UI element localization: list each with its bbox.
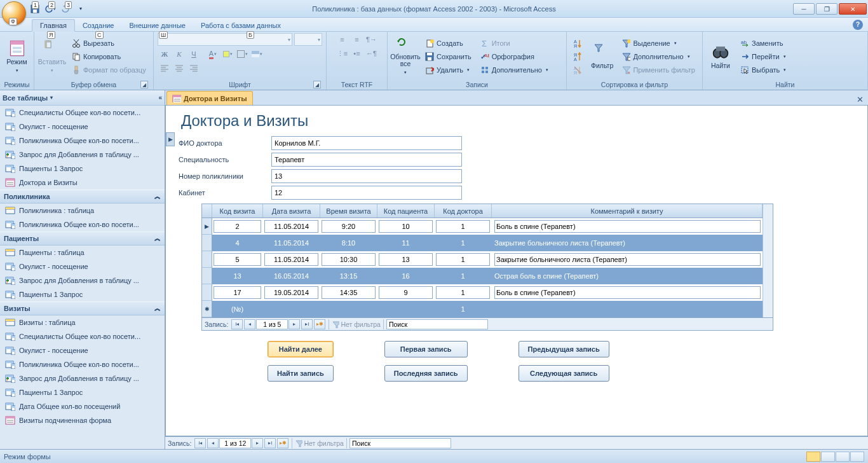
- nav-item[interactable]: Поликлиника Общее кол-во посети...: [0, 134, 165, 148]
- cell-visit-time[interactable]: [322, 220, 376, 233]
- save-record-button[interactable]: Сохранить: [422, 50, 475, 63]
- delete-record-button[interactable]: Удалить▾: [422, 64, 475, 76]
- view-layout[interactable]: [836, 452, 850, 462]
- qat-customize[interactable]: ▾: [74, 2, 88, 16]
- cell-visit-date[interactable]: [264, 253, 318, 266]
- cell-visit-id[interactable]: [214, 220, 261, 233]
- col-visit-time[interactable]: Время визита: [320, 204, 377, 218]
- nav-item[interactable]: Окулист - посещение: [0, 259, 165, 273]
- tab-external[interactable]: Внешние данные: [122, 20, 193, 31]
- goto-button[interactable]: Перейти▾: [737, 50, 789, 63]
- btn-prev-record[interactable]: Предыдущая запись: [519, 341, 609, 357]
- doc-close-button[interactable]: ✕: [854, 93, 865, 105]
- outer-nav-search[interactable]: [349, 438, 451, 448]
- sub-nav-last[interactable]: ▸I: [301, 319, 313, 329]
- close-button[interactable]: ✕: [839, 3, 867, 15]
- sort-asc-button[interactable]: [571, 37, 585, 50]
- paste-button[interactable]: Вставить▾: [38, 36, 66, 78]
- copy-button[interactable]: Копировать: [69, 50, 149, 63]
- format-painter-button[interactable]: Формат по образцу: [69, 64, 149, 76]
- nav-item[interactable]: Пациенты 1 Запрос: [0, 162, 165, 176]
- nav-item[interactable]: Запрос для Добавления в таблицу ...: [0, 273, 165, 287]
- minimize-button[interactable]: ─: [793, 3, 815, 15]
- cell-comment[interactable]: [494, 286, 761, 299]
- outer-nav-first[interactable]: I◂: [194, 438, 206, 448]
- input-spec[interactable]: [271, 153, 462, 167]
- tab-dbtools[interactable]: Работа с базами данных: [193, 20, 288, 31]
- outer-nav-next[interactable]: ▸: [252, 438, 263, 448]
- col-visit-date[interactable]: Дата визита: [263, 204, 320, 218]
- sub-nav-new[interactable]: ▸✱: [314, 319, 325, 329]
- outer-nav-prev[interactable]: ◂: [207, 438, 219, 448]
- btn-next-record[interactable]: Следующая запись: [519, 365, 609, 382]
- input-clinic[interactable]: [271, 169, 462, 183]
- cell-patient-id[interactable]: [379, 286, 433, 299]
- nav-item[interactable]: Окулист - посещение: [0, 120, 165, 134]
- outdent-button[interactable]: ≡: [336, 33, 349, 46]
- tab-create[interactable]: Создание: [75, 20, 122, 31]
- input-fio[interactable]: [271, 136, 462, 150]
- toggle-filter-button[interactable]: Применить фильтр: [618, 64, 698, 76]
- subform-row[interactable]: 1316.05.201413:15 161Острая боль в спине…: [202, 268, 763, 284]
- filter-selection-button[interactable]: Выделение▾: [618, 37, 698, 50]
- subform-row[interactable]: 411.05.20148:10 111Закрытие больничного …: [202, 235, 763, 251]
- nav-item[interactable]: Поликлиника Общее кол-во посети...: [0, 218, 165, 232]
- cell-visit-time[interactable]: [322, 253, 376, 266]
- nav-item[interactable]: Запрос для Добавления в таблицу ...: [0, 148, 165, 162]
- nav-item[interactable]: Запрос для Добавления в таблицу ...: [0, 371, 165, 385]
- cell-visit-date[interactable]: [264, 286, 318, 299]
- totals-button[interactable]: Итоги: [477, 37, 552, 50]
- cell-visit-time[interactable]: [322, 286, 376, 299]
- cell-doctor-id[interactable]: [436, 286, 490, 299]
- cell-comment[interactable]: [494, 220, 761, 233]
- tab-home[interactable]: Главная: [32, 19, 75, 32]
- nav-category[interactable]: Визиты︽: [0, 301, 165, 315]
- font-name-combo[interactable]: ▾: [158, 33, 292, 46]
- font-launcher[interactable]: ◢: [313, 81, 321, 88]
- col-visit-id[interactable]: Код визита: [212, 204, 263, 218]
- fill-color-button[interactable]: ▾: [220, 48, 234, 60]
- help-button[interactable]: ?: [853, 20, 863, 30]
- refresh-all-button[interactable]: Обновить все▾: [391, 36, 419, 78]
- nav-item[interactable]: Дата Общее кол-во посещений: [0, 399, 165, 413]
- bold-button[interactable]: Ж: [158, 48, 172, 60]
- outer-nav-pos[interactable]: [219, 438, 251, 448]
- nav-item[interactable]: Визиты : таблица: [0, 315, 165, 329]
- cell-patient-id[interactable]: [379, 220, 433, 233]
- record-selector[interactable]: ▶: [166, 132, 175, 146]
- col-doctor-id[interactable]: Код доктора: [435, 204, 492, 218]
- cut-button[interactable]: Вырезать: [69, 37, 149, 50]
- gridlines-button[interactable]: ▾: [235, 48, 249, 60]
- ltr-button[interactable]: ¶→: [365, 33, 379, 46]
- btn-first-record[interactable]: Первая запись: [384, 341, 468, 357]
- nav-item[interactable]: Пациенты 1 Запрос: [0, 385, 165, 399]
- nav-category[interactable]: Пациенты︽: [0, 232, 165, 245]
- btn-last-record[interactable]: Последняя запись: [384, 365, 468, 382]
- nav-item[interactable]: Доктора и Визиты: [0, 176, 165, 190]
- italic-button[interactable]: К: [172, 48, 186, 60]
- subform-new-row[interactable]: ✱ (№) 1: [202, 301, 763, 317]
- cell-doctor-id[interactable]: [436, 220, 490, 233]
- cell-doctor-id[interactable]: [436, 253, 490, 266]
- sub-nav-next[interactable]: ▸: [288, 319, 300, 329]
- underline-button[interactable]: Ч: [187, 48, 201, 60]
- nav-item[interactable]: Специалисты Общее кол-во посети...: [0, 329, 165, 343]
- clipboard-launcher[interactable]: ◢: [140, 81, 148, 88]
- restore-button[interactable]: ❐: [816, 3, 837, 15]
- filter-advanced-button[interactable]: Дополнительно▾: [618, 50, 698, 63]
- nav-item[interactable]: Пациенты : таблица: [0, 245, 165, 259]
- nav-item[interactable]: Окулист - посещение: [0, 343, 165, 357]
- find-button[interactable]: Найти: [707, 36, 735, 78]
- nav-pane-header[interactable]: Все таблицы▾«: [0, 90, 165, 106]
- sub-nav-prev[interactable]: ◂: [244, 319, 255, 329]
- align-left-button[interactable]: [158, 62, 172, 75]
- nav-item[interactable]: Пациенты 1 Запрос: [0, 287, 165, 301]
- new-record-button[interactable]: Создать: [422, 37, 475, 50]
- view-mode-button[interactable]: Режим▾: [4, 36, 30, 78]
- cell-visit-date[interactable]: [264, 220, 318, 233]
- sub-nav-first[interactable]: I◂: [231, 319, 243, 329]
- nav-item[interactable]: Специалисты Общее кол-во посети...: [0, 106, 165, 120]
- col-comment[interactable]: Комментарий к визиту: [492, 204, 763, 218]
- select-button[interactable]: Выбрать▾: [737, 64, 789, 76]
- doc-tab-active[interactable]: Доктора и Визиты: [166, 91, 253, 105]
